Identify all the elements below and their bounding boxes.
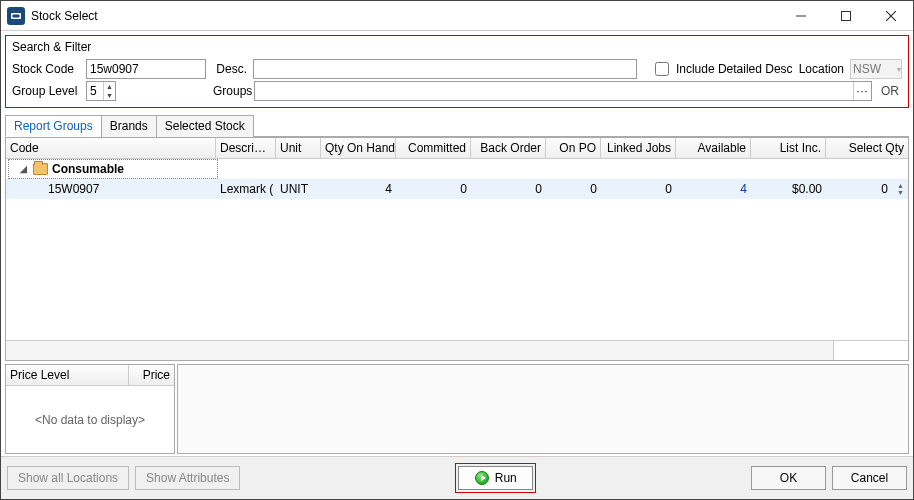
include-detailed-checkbox[interactable]: Include Detailed Desc <box>651 59 793 79</box>
bottom-panels: Price Level Price <No data to display> <box>5 364 909 454</box>
grid-footer <box>6 340 908 360</box>
spinner-up-icon[interactable]: ▲ <box>104 82 115 91</box>
maximize-button[interactable] <box>823 1 868 31</box>
chevron-down-icon: ▾ <box>897 65 901 74</box>
qty-up-icon[interactable]: ▲ <box>892 182 904 189</box>
minimize-icon <box>796 11 806 21</box>
desc-input[interactable] <box>253 59 637 79</box>
desc-label: Desc. <box>212 62 247 76</box>
cell-code: 15W0907 <box>6 179 216 199</box>
table-row[interactable]: 15W0907 Lexmark ( UNIT 4 0 0 0 0 4 $0.00… <box>6 179 908 199</box>
grid-footer-slot <box>833 341 908 360</box>
cell-list-inc: $0.00 <box>751 179 826 199</box>
select-qty-value: 0 <box>881 182 888 196</box>
details-panel <box>177 364 909 454</box>
show-attributes-button[interactable]: Show Attributes <box>135 466 240 490</box>
tree-collapse-icon[interactable]: ◢ <box>17 163 29 175</box>
qty-down-icon[interactable]: ▼ <box>892 189 904 196</box>
cell-linked-jobs: 0 <box>601 179 676 199</box>
stock-code-label: Stock Code <box>12 62 80 76</box>
titlebar: Stock Select <box>1 1 913 31</box>
cell-on-po: 0 <box>546 179 601 199</box>
location-value: NSW <box>853 62 881 76</box>
group-level-spinner[interactable]: 5 ▲ ▼ <box>86 81 116 101</box>
col-back-order[interactable]: Back Order <box>471 138 546 158</box>
close-button[interactable] <box>868 1 913 31</box>
price-panel-empty: <No data to display> <box>6 386 174 453</box>
maximize-icon <box>841 11 851 21</box>
cell-unit: UNIT <box>276 179 321 199</box>
col-unit[interactable]: Unit <box>276 138 321 158</box>
tab-brands[interactable]: Brands <box>101 115 157 137</box>
price-level-panel: Price Level Price <No data to display> <box>5 364 175 454</box>
price-level-col[interactable]: Price Level <box>6 365 129 385</box>
table-group-row[interactable]: ◢ Consumable <box>6 159 908 179</box>
stock-code-input[interactable] <box>86 59 206 79</box>
col-qty-on-hand[interactable]: Qty On Hand <box>321 138 396 158</box>
cell-description: Lexmark ( <box>216 179 276 199</box>
cell-committed: 0 <box>396 179 471 199</box>
minimize-button[interactable] <box>778 1 823 31</box>
play-icon <box>475 471 489 485</box>
results-grid: Code Descri… Unit Qty On Hand Committed … <box>5 137 909 361</box>
run-highlight: Run <box>455 463 536 493</box>
run-label: Run <box>495 471 517 485</box>
groups-label: Groups <box>213 84 248 98</box>
svg-rect-1 <box>13 14 20 17</box>
groups-input-wrap: ··· <box>254 81 872 101</box>
stock-select-window: Stock Select Search & Filter Stock Code … <box>0 0 914 500</box>
cell-select-qty[interactable]: 0 ▲ ▼ <box>826 179 908 199</box>
col-description[interactable]: Descri… <box>216 138 276 158</box>
app-icon <box>7 7 25 25</box>
grid-header: Code Descri… Unit Qty On Hand Committed … <box>6 138 908 159</box>
col-linked-jobs[interactable]: Linked Jobs <box>601 138 676 158</box>
cell-back-order: 0 <box>471 179 546 199</box>
col-list-inc[interactable]: List Inc. <box>751 138 826 158</box>
folder-icon <box>33 163 48 175</box>
show-all-locations-button[interactable]: Show all Locations <box>7 466 129 490</box>
group-level-value: 5 <box>90 84 97 98</box>
svg-rect-3 <box>841 11 850 20</box>
col-select-qty[interactable]: Select Qty <box>826 138 908 158</box>
tab-selected-stock[interactable]: Selected Stock <box>156 115 254 137</box>
window-title: Stock Select <box>31 9 98 23</box>
groups-input[interactable] <box>255 82 853 100</box>
col-available[interactable]: Available <box>676 138 751 158</box>
spinner-down-icon[interactable]: ▼ <box>104 91 115 100</box>
location-select[interactable]: NSW ▾ <box>850 59 902 79</box>
groups-or-label: OR <box>878 84 902 98</box>
cell-qty-on-hand: 4 <box>321 179 396 199</box>
ok-button[interactable]: OK <box>751 466 826 490</box>
grid-body: ◢ Consumable 15W0907 Lexmark ( UNIT 4 0 … <box>6 159 908 340</box>
col-on-po[interactable]: On PO <box>546 138 601 158</box>
cancel-button[interactable]: Cancel <box>832 466 907 490</box>
price-col[interactable]: Price <box>129 365 174 385</box>
groups-browse-button[interactable]: ··· <box>853 82 871 100</box>
search-filter-legend: Search & Filter <box>12 40 902 57</box>
group-level-label: Group Level <box>12 84 80 98</box>
cell-available[interactable]: 4 <box>676 179 751 199</box>
col-code[interactable]: Code <box>6 138 216 158</box>
location-label: Location <box>799 62 844 76</box>
search-filter-group: Search & Filter Stock Code Desc. Include… <box>5 35 909 108</box>
footer-bar: Show all Locations Show Attributes Run O… <box>1 456 913 499</box>
include-detailed-input[interactable] <box>655 62 669 76</box>
close-icon <box>886 11 896 21</box>
tabs: Report Groups Brands Selected Stock <box>5 114 909 137</box>
tab-report-groups[interactable]: Report Groups <box>5 115 102 137</box>
col-committed[interactable]: Committed <box>396 138 471 158</box>
run-button[interactable]: Run <box>458 466 533 490</box>
include-detailed-label: Include Detailed Desc <box>676 62 793 76</box>
group-label: Consumable <box>52 162 124 176</box>
